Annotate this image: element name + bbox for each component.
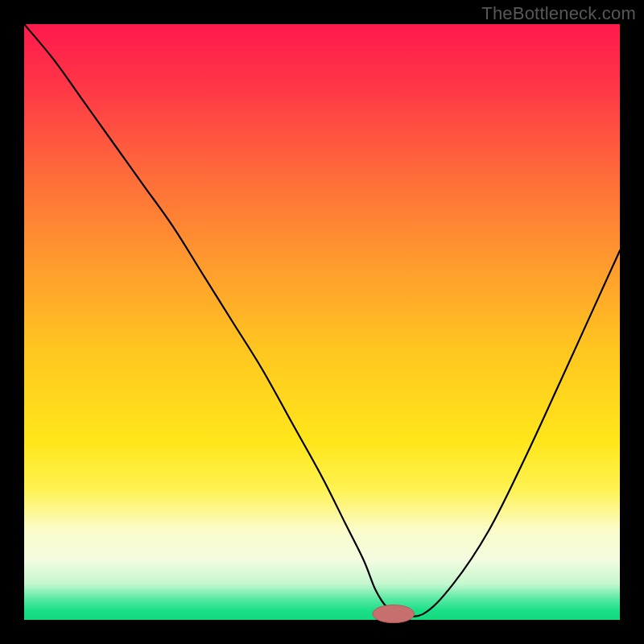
- optimal-point-marker: [373, 605, 415, 623]
- watermark-text: TheBottleneck.com: [481, 3, 636, 24]
- chart-frame: TheBottleneck.com: [0, 0, 644, 644]
- plot-background: [24, 24, 620, 620]
- bottleneck-chart: [0, 0, 644, 644]
